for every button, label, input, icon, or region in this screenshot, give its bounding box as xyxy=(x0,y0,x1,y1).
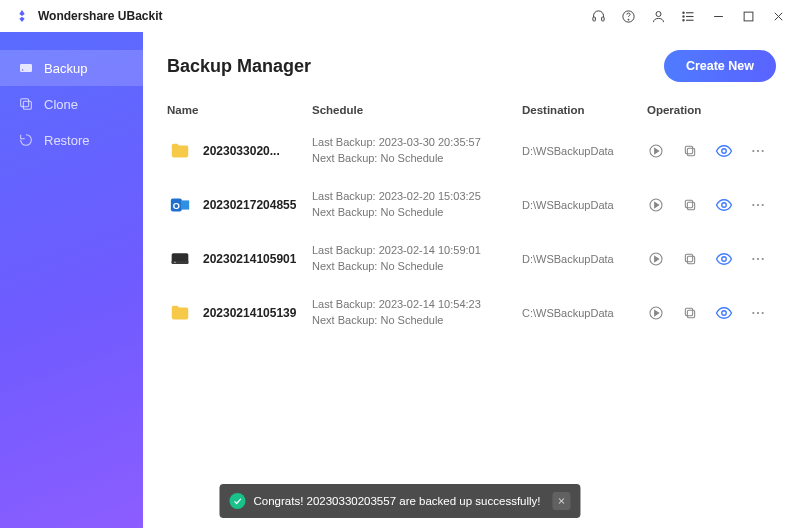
svg-point-23 xyxy=(722,149,727,154)
close-button[interactable] xyxy=(764,2,792,30)
titlebar-actions xyxy=(584,2,792,30)
folder-icon xyxy=(167,300,193,326)
view-button[interactable] xyxy=(715,196,733,214)
last-backup: Last Backup: 2023-02-14 10:54:23 xyxy=(312,297,522,313)
more-button[interactable] xyxy=(749,196,767,214)
copy-button[interactable] xyxy=(681,142,699,160)
schedule-cell: Last Backup: 2023-02-20 15:03:25Next Bac… xyxy=(312,189,522,221)
table-row: 20230214105901Last Backup: 2023-02-14 10… xyxy=(167,232,776,286)
main-panel: Backup Manager Create New Name Schedule … xyxy=(143,32,800,528)
outlook-icon: O xyxy=(167,192,193,218)
svg-point-8 xyxy=(682,12,683,13)
name-cell: 20230214105139 xyxy=(167,300,312,326)
help-icon[interactable] xyxy=(614,2,642,30)
svg-marker-31 xyxy=(655,202,659,207)
last-backup: Last Backup: 2023-02-20 15:03:25 xyxy=(312,189,522,205)
svg-rect-12 xyxy=(744,12,753,21)
copy-button[interactable] xyxy=(681,250,699,268)
view-button[interactable] xyxy=(715,250,733,268)
svg-marker-20 xyxy=(655,148,659,153)
next-backup: Next Backup: No Schedule xyxy=(312,259,522,275)
maximize-button[interactable] xyxy=(734,2,762,30)
svg-point-25 xyxy=(757,150,759,152)
svg-rect-44 xyxy=(685,254,692,261)
sidebar-item-backup[interactable]: Backup xyxy=(0,50,143,86)
col-operation: Operation xyxy=(647,104,776,116)
svg-point-24 xyxy=(752,150,754,152)
svg-point-3 xyxy=(628,19,629,20)
table-row: O20230217204855Last Backup: 2023-02-20 1… xyxy=(167,178,776,232)
toast-close-button[interactable] xyxy=(553,492,571,510)
copy-button[interactable] xyxy=(681,304,699,322)
name-cell: 2023033020... xyxy=(167,138,312,164)
svg-point-36 xyxy=(757,204,759,206)
svg-point-4 xyxy=(656,11,661,16)
destination-cell: C:\WSBackupData xyxy=(522,307,647,319)
toast-text: Congrats! 20230330203557 are backed up s… xyxy=(253,495,540,507)
folder-icon xyxy=(167,138,193,164)
run-backup-button[interactable] xyxy=(647,142,665,160)
name-cell: O20230217204855 xyxy=(167,192,312,218)
destination-cell: D:\WSBackupData xyxy=(522,199,647,211)
svg-text:O: O xyxy=(173,200,180,210)
next-backup: Next Backup: No Schedule xyxy=(312,205,522,221)
more-button[interactable] xyxy=(749,142,767,160)
svg-rect-29 xyxy=(182,200,189,209)
schedule-cell: Last Backup: 2023-02-14 10:59:01Next Bac… xyxy=(312,243,522,275)
next-backup: Next Backup: No Schedule xyxy=(312,151,522,167)
operation-cell xyxy=(647,142,776,160)
app-title: Wondershare UBackit xyxy=(38,9,162,23)
svg-point-9 xyxy=(682,15,683,16)
svg-point-40 xyxy=(174,261,176,263)
svg-rect-1 xyxy=(601,17,604,21)
destination-cell: D:\WSBackupData xyxy=(522,145,647,157)
headset-icon[interactable] xyxy=(584,2,612,30)
svg-point-35 xyxy=(752,204,754,206)
run-backup-button[interactable] xyxy=(647,196,665,214)
table-row: 20230214105139Last Backup: 2023-02-14 10… xyxy=(167,286,776,340)
success-check-icon xyxy=(229,493,245,509)
svg-rect-18 xyxy=(21,99,29,107)
sidebar-item-clone[interactable]: Clone xyxy=(0,86,143,122)
app-brand: Wondershare UBackit xyxy=(14,8,162,24)
svg-rect-33 xyxy=(685,200,692,207)
next-backup: Next Backup: No Schedule xyxy=(312,313,522,329)
minimize-button[interactable] xyxy=(704,2,732,30)
menu-list-icon[interactable] xyxy=(674,2,702,30)
run-backup-button[interactable] xyxy=(647,250,665,268)
sidebar-item-restore[interactable]: Restore xyxy=(0,122,143,158)
backup-name: 2023033020... xyxy=(203,144,280,158)
svg-point-55 xyxy=(757,311,759,313)
svg-rect-52 xyxy=(685,308,692,315)
schedule-cell: Last Backup: 2023-02-14 10:54:23Next Bac… xyxy=(312,297,522,329)
create-new-button[interactable]: Create New xyxy=(664,50,776,82)
view-button[interactable] xyxy=(715,304,733,322)
page-title: Backup Manager xyxy=(167,56,311,77)
view-button[interactable] xyxy=(715,142,733,160)
sidebar-item-label: Restore xyxy=(44,133,90,148)
operation-cell xyxy=(647,250,776,268)
sidebar-item-label: Backup xyxy=(44,61,87,76)
destination-cell: D:\WSBackupData xyxy=(522,253,647,265)
svg-point-45 xyxy=(722,256,727,261)
more-button[interactable] xyxy=(749,304,767,322)
svg-rect-51 xyxy=(687,310,694,317)
svg-point-34 xyxy=(722,203,727,208)
user-icon[interactable] xyxy=(644,2,672,30)
more-button[interactable] xyxy=(749,250,767,268)
col-destination: Destination xyxy=(522,104,647,116)
svg-point-37 xyxy=(762,204,764,206)
backup-name: 20230214105139 xyxy=(203,306,296,320)
svg-point-54 xyxy=(752,311,754,313)
svg-point-56 xyxy=(762,311,764,313)
last-backup: Last Backup: 2023-03-30 20:35:57 xyxy=(312,135,522,151)
column-headers: Name Schedule Destination Operation xyxy=(167,104,776,124)
copy-button[interactable] xyxy=(681,196,699,214)
svg-rect-15 xyxy=(20,64,32,72)
col-schedule: Schedule xyxy=(312,104,522,116)
run-backup-button[interactable] xyxy=(647,304,665,322)
svg-point-53 xyxy=(722,310,727,315)
toast: Congrats! 20230330203557 are backed up s… xyxy=(219,484,580,518)
backup-name: 20230214105901 xyxy=(203,252,296,266)
svg-rect-32 xyxy=(687,202,694,209)
